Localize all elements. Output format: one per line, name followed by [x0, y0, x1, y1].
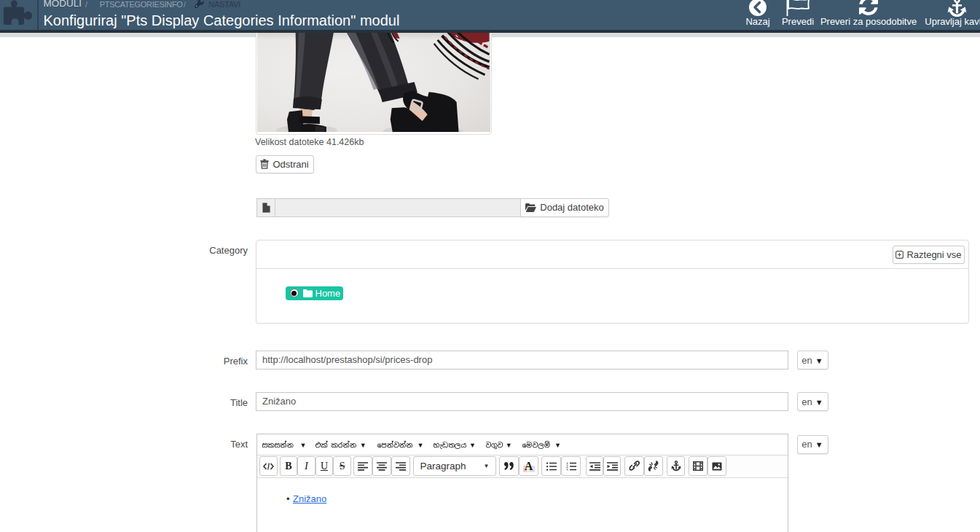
svg-text:3: 3: [566, 467, 568, 470]
